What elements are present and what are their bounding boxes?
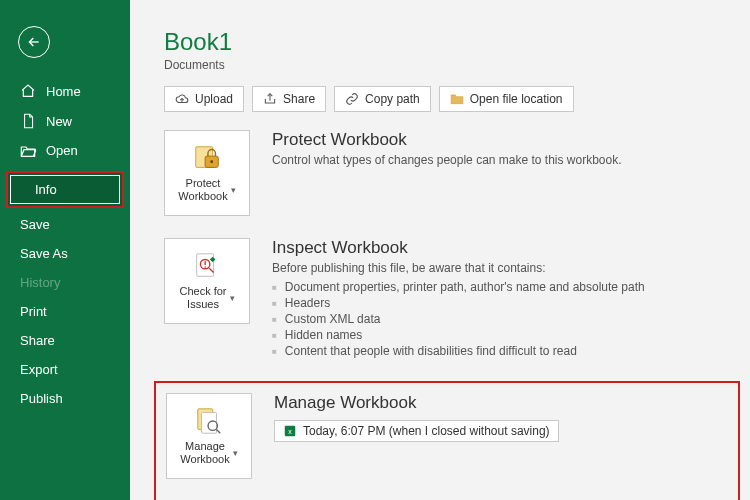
inspect-section: Check forIssues ▾ Inspect Workbook Befor…: [164, 238, 740, 359]
open-folder-icon: [20, 144, 36, 158]
section-heading: Protect Workbook: [272, 130, 622, 150]
section-heading: Manage Workbook: [274, 393, 559, 413]
sidebar-item-label: Publish: [20, 391, 63, 406]
tile-label: ProtectWorkbook ▾: [178, 177, 235, 202]
svg-point-2: [210, 161, 213, 164]
manage-workbook-tile[interactable]: ManageWorkbook ▾: [166, 393, 252, 479]
link-icon: [345, 92, 359, 106]
inspect-item: Custom XML data: [272, 311, 645, 327]
check-issues-tile[interactable]: Check forIssues ▾: [164, 238, 250, 324]
home-icon: [20, 83, 36, 99]
folder-icon: [450, 92, 464, 106]
button-label: Share: [283, 92, 315, 106]
autorecover-label: Today, 6:07 PM (when I closed without sa…: [303, 424, 550, 438]
sidebar-item-label: Share: [20, 333, 55, 348]
sidebar-item-info[interactable]: Info: [6, 171, 124, 208]
sidebar-item-print[interactable]: Print: [0, 297, 130, 326]
section-heading: Inspect Workbook: [272, 238, 645, 258]
protect-workbook-tile[interactable]: ProtectWorkbook ▾: [164, 130, 250, 216]
copy-path-button[interactable]: Copy path: [334, 86, 431, 112]
sidebar-item-label: Open: [46, 143, 78, 158]
sidebar-item-new[interactable]: New: [0, 106, 130, 136]
open-location-button[interactable]: Open file location: [439, 86, 574, 112]
autorecover-version-item[interactable]: x Today, 6:07 PM (when I closed without …: [274, 420, 559, 442]
sidebar-item-save-as[interactable]: Save As: [0, 239, 130, 268]
manage-text: Manage Workbook x Today, 6:07 PM (when I…: [274, 393, 559, 442]
sidebar-item-save[interactable]: Save: [0, 210, 130, 239]
manage-versions-icon: [194, 406, 224, 436]
inspect-item: Hidden names: [272, 327, 645, 343]
tile-label: ManageWorkbook ▾: [180, 440, 237, 465]
sidebar-item-export[interactable]: Export: [0, 355, 130, 384]
upload-cloud-icon: [175, 92, 189, 106]
protect-lock-icon: [192, 143, 222, 173]
app-frame: Home New Open Info Save Save As: [0, 0, 750, 500]
tile-label: Check forIssues ▾: [179, 285, 234, 310]
sidebar-item-history: History: [0, 268, 130, 297]
info-pane: Book1 Documents Upload Share Copy path: [130, 0, 750, 500]
sidebar-item-open[interactable]: Open: [0, 136, 130, 165]
button-label: Open file location: [470, 92, 563, 106]
chevron-down-icon: ▾: [230, 293, 235, 303]
svg-text:x: x: [288, 428, 292, 435]
sidebar-item-label: History: [20, 275, 60, 290]
manage-section: ManageWorkbook ▾ Manage Workbook x Today…: [166, 393, 728, 479]
chevron-down-icon: ▾: [233, 448, 238, 458]
sidebar-item-label: Home: [46, 84, 81, 99]
sidebar-item-label: Save As: [20, 246, 68, 261]
sidebar-item-label: Info: [35, 182, 57, 197]
backstage-sidebar: Home New Open Info Save Save As: [0, 0, 130, 500]
page-title: Book1: [164, 28, 740, 56]
sidebar-item-home[interactable]: Home: [0, 76, 130, 106]
back-button[interactable]: [18, 26, 50, 58]
sidebar-item-label: New: [46, 114, 72, 129]
chevron-down-icon: ▾: [231, 185, 236, 195]
inspect-item: Content that people with disabilities fi…: [272, 343, 645, 359]
button-label: Upload: [195, 92, 233, 106]
sidebar-item-label: Print: [20, 304, 47, 319]
inspect-document-icon: [192, 251, 222, 281]
svg-point-5: [204, 267, 206, 269]
section-lead: Before publishing this file, be aware th…: [272, 261, 645, 275]
breadcrumb: Documents: [164, 58, 740, 72]
inspect-item: Headers: [272, 295, 645, 311]
protect-section: ProtectWorkbook ▾ Protect Workbook Contr…: [164, 130, 740, 216]
excel-file-icon: x: [283, 424, 297, 438]
sidebar-item-publish[interactable]: Publish: [0, 384, 130, 413]
share-icon: [263, 92, 277, 106]
info-toolbar: Upload Share Copy path Open file locatio…: [164, 86, 740, 112]
button-label: Copy path: [365, 92, 420, 106]
share-button[interactable]: Share: [252, 86, 326, 112]
inspect-item: Document properties, printer path, autho…: [272, 279, 645, 295]
sidebar-item-share[interactable]: Share: [0, 326, 130, 355]
section-desc: Control what types of changes people can…: [272, 153, 622, 167]
protect-text: Protect Workbook Control what types of c…: [272, 130, 622, 167]
sidebar-item-label: Export: [20, 362, 58, 377]
manage-section-highlight: ManageWorkbook ▾ Manage Workbook x Today…: [154, 381, 740, 500]
new-file-icon: [20, 113, 36, 129]
upload-button[interactable]: Upload: [164, 86, 244, 112]
sidebar-item-label: Save: [20, 217, 50, 232]
inspect-list: Document properties, printer path, autho…: [272, 279, 645, 359]
arrow-left-icon: [26, 34, 42, 50]
inspect-text: Inspect Workbook Before publishing this …: [272, 238, 645, 359]
